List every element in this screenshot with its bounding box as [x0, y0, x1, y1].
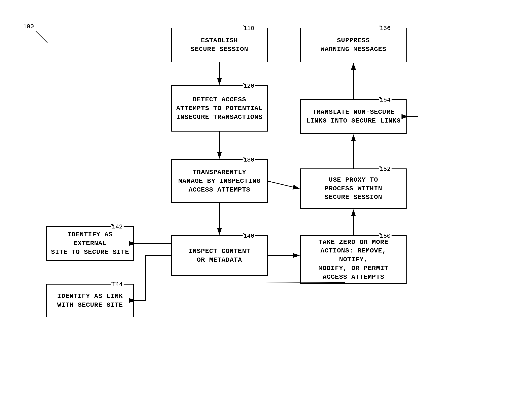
ref-140: 140 — [243, 232, 255, 240]
ref-156: 156 — [379, 25, 392, 32]
node-144: IDENTIFY AS LINK WITH SECURE SITE — [46, 284, 134, 317]
svg-line-2 — [36, 31, 47, 43]
node-142: IDENTIFY AS EXTERNAL SITE TO SECURE SITE — [46, 226, 134, 261]
node-150: TAKE ZERO OR MORE ACTIONS: REMOVE, NOTIF… — [300, 235, 407, 284]
node-110: ESTABLISH SECURE SESSION — [171, 28, 268, 62]
ref-110: 110 — [243, 25, 255, 32]
ref-142: 142 — [111, 223, 124, 230]
ref-100: 100 — [23, 23, 34, 30]
diagram: 100 ESTABLISH SECURE SESSION 110 DETECT … — [0, 0, 511, 420]
node-130: TRANSPARENTLY MANAGE BY INSPECTING ACCES… — [171, 159, 268, 203]
ref-130: 130 — [243, 157, 255, 163]
node-140: INSPECT CONTENT OR METADATA — [171, 235, 268, 276]
node-120: DETECT ACCESS ATTEMPTS TO POTENTIAL INSE… — [171, 85, 268, 132]
ref-152: 152 — [379, 166, 392, 172]
arrows-svg — [0, 0, 511, 420]
node-154: TRANSLATE NON-SECURE LINKS INTO SECURE L… — [300, 99, 407, 134]
ref-154: 154 — [379, 97, 392, 103]
ref-150: 150 — [379, 232, 392, 240]
node-152: USE PROXY TO PROCESS WITHIN SECURE SESSI… — [300, 168, 407, 209]
ref-120: 120 — [243, 82, 255, 90]
svg-line-11 — [268, 181, 299, 188]
node-156: SUPPRESS WARNING MESSAGES — [300, 28, 407, 62]
ref-144: 144 — [111, 281, 124, 288]
